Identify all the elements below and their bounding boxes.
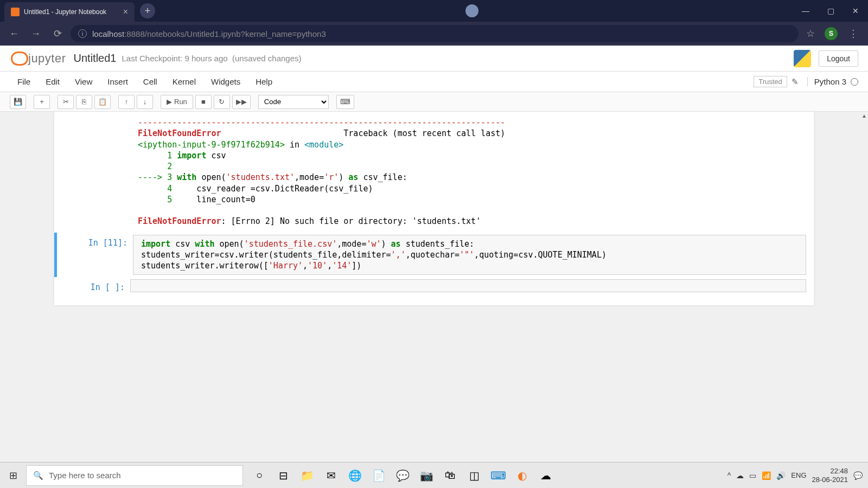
notebook-title[interactable]: Untitled1 — [74, 52, 117, 65]
run-button[interactable]: ▶ Run — [161, 95, 193, 109]
menu-edit[interactable]: Edit — [38, 77, 67, 86]
bookmark-icon[interactable]: ☆ — [806, 28, 815, 40]
logout-button[interactable]: Logout — [819, 50, 858, 67]
input-prompt: In [11]: — [57, 235, 133, 275]
wifi-icon[interactable]: 📶 — [762, 471, 771, 480]
command-palette-button[interactable]: ⌨ — [336, 95, 354, 109]
tray-chevron-icon[interactable]: ^ — [727, 471, 731, 480]
browser-tabstrip: Untitled1 - Jupyter Notebook × + — ▢ ✕ — [0, 0, 868, 22]
notifications-icon[interactable]: 💬 — [853, 471, 863, 480]
notebook-container: ----------------------------------------… — [54, 112, 814, 305]
jupyter-logo-text: jupyter — [28, 52, 66, 66]
clock-date: 28-06-2021 — [812, 476, 848, 484]
file-explorer-icon[interactable]: 📁 — [295, 463, 319, 489]
paste-button[interactable]: 📋 — [94, 95, 111, 109]
system-tray: ^ ☁ ▭ 📶 🔊 ENG 22:48 28-06-2021 💬 — [722, 467, 868, 484]
url-port: :8888 — [124, 29, 145, 38]
restart-button[interactable]: ↻ — [214, 95, 230, 109]
vscode-icon[interactable]: ⌨ — [486, 463, 510, 489]
forward-button[interactable]: → — [27, 25, 44, 42]
trusted-indicator[interactable]: Trusted — [754, 76, 787, 87]
jupyter-taskbar-icon[interactable]: ◐ — [510, 463, 534, 489]
error-output: ----------------------------------------… — [130, 114, 814, 230]
clock[interactable]: 22:48 28-06-2021 — [812, 467, 848, 484]
menu-insert[interactable]: Insert — [100, 77, 136, 86]
mail-icon[interactable]: ✉ — [319, 463, 343, 489]
menu-cell[interactable]: Cell — [136, 77, 165, 86]
reload-button[interactable]: ⟳ — [49, 25, 66, 42]
browser-menu-icon[interactable]: ⋮ — [844, 28, 863, 40]
weather-icon[interactable]: ☁ — [534, 463, 558, 489]
onedrive-icon[interactable]: ☁ — [736, 471, 744, 480]
url-host: localhost — [92, 29, 124, 38]
code-editor-empty[interactable] — [130, 279, 806, 292]
back-button[interactable]: ← — [5, 25, 23, 42]
url-input[interactable]: i localhost:8888/notebooks/Untitled1.ipy… — [71, 25, 799, 42]
input-prompt-empty: In [ ]: — [54, 279, 130, 292]
copy-button[interactable]: ⎘ — [76, 95, 92, 109]
cell-type-select[interactable]: Code — [258, 95, 329, 109]
menu-view[interactable]: View — [67, 77, 100, 86]
volume-icon[interactable]: 🔊 — [776, 471, 786, 480]
browser-tab[interactable]: Untitled1 - Jupyter Notebook × — [4, 2, 135, 22]
jupyter-logo[interactable]: jupyter — [10, 50, 66, 67]
site-info-icon[interactable]: i — [78, 29, 87, 38]
clock-time: 22:48 — [812, 467, 848, 476]
close-button[interactable]: ✕ — [843, 0, 868, 22]
camera-icon[interactable]: 📷 — [414, 463, 438, 489]
maximize-button[interactable]: ▢ — [818, 0, 843, 22]
task-view-icon[interactable]: ⊟ — [271, 463, 295, 489]
jupyter-logo-icon — [10, 50, 26, 67]
chrome-icon[interactable]: 🌐 — [343, 463, 367, 489]
add-cell-button[interactable]: + — [34, 95, 50, 109]
edit-icon[interactable]: ✎ — [792, 77, 799, 87]
taskbar-search[interactable]: 🔍 Type here to search — [26, 465, 243, 486]
start-button[interactable]: ⊞ — [0, 463, 26, 489]
jupyter-header: jupyter Untitled1 Last Checkpoint: 9 hou… — [0, 46, 868, 72]
cut-button[interactable]: ✂ — [58, 95, 74, 109]
browser-account-icon[interactable] — [465, 4, 478, 17]
battery-icon[interactable]: ▭ — [749, 471, 756, 480]
jupyter-menubar: File Edit View Insert Cell Kernel Widget… — [0, 72, 868, 92]
app-icon[interactable]: ◫ — [462, 463, 486, 489]
whatsapp-icon[interactable]: 💬 — [391, 463, 414, 489]
url-path: /notebooks/Untitled1.ipynb?kernel_name=p… — [145, 29, 326, 38]
language-indicator[interactable]: ENG — [791, 471, 806, 479]
interrupt-button[interactable]: ■ — [195, 95, 212, 109]
kernel-status-icon — [851, 78, 858, 86]
code-editor[interactable]: import csv with open('students_file.csv'… — [133, 235, 806, 275]
scrollbar-up-icon[interactable]: ▲ — [861, 113, 867, 119]
address-bar: ← → ⟳ i localhost:8888/notebooks/Untitle… — [0, 22, 868, 46]
notebook-scroll-area[interactable]: ▲ --------------------------------------… — [0, 112, 868, 487]
move-up-button[interactable]: ↑ — [118, 95, 135, 109]
menu-file[interactable]: File — [10, 77, 38, 86]
restart-run-all-button[interactable]: ▶▶ — [232, 95, 251, 109]
acrobat-icon[interactable]: 📄 — [367, 463, 391, 489]
output-cell: ----------------------------------------… — [54, 112, 814, 233]
jupyter-favicon — [11, 8, 20, 16]
code-cell-selected[interactable]: In [11]: import csv with open('students_… — [54, 233, 814, 278]
kernel-name: Python 3 — [814, 77, 846, 86]
search-icon: 🔍 — [33, 471, 43, 480]
move-down-button[interactable]: ↓ — [137, 95, 153, 109]
kernel-indicator[interactable]: Python 3 — [807, 77, 858, 86]
menu-widgets[interactable]: Widgets — [203, 77, 248, 86]
search-placeholder: Type here to search — [49, 471, 121, 480]
menu-help[interactable]: Help — [248, 77, 280, 86]
code-cell-empty[interactable]: In [ ]: — [54, 277, 814, 294]
checkpoint-status: Last Checkpoint: 9 hours ago (unsaved ch… — [122, 54, 301, 63]
jupyter-app: jupyter Untitled1 Last Checkpoint: 9 hou… — [0, 46, 868, 112]
output-prompt — [54, 114, 130, 230]
close-tab-icon[interactable]: × — [123, 7, 128, 17]
new-tab-button[interactable]: + — [140, 3, 155, 18]
cortana-icon[interactable]: ○ — [247, 463, 271, 489]
profile-button[interactable]: S — [825, 27, 838, 40]
minimize-button[interactable]: — — [793, 0, 818, 22]
python-logo-icon — [794, 50, 811, 67]
menu-kernel[interactable]: Kernel — [165, 77, 203, 86]
store-icon[interactable]: 🛍 — [438, 463, 462, 489]
tab-title: Untitled1 - Jupyter Notebook — [24, 8, 106, 16]
windows-taskbar: ⊞ 🔍 Type here to search ○ ⊟ 📁 ✉ 🌐 📄 💬 📷 … — [0, 462, 868, 488]
jupyter-toolbar: 💾 + ✂ ⎘ 📋 ↑ ↓ ▶ Run ■ ↻ ▶▶ Code ⌨ — [0, 92, 868, 112]
save-button[interactable]: 💾 — [10, 95, 26, 109]
